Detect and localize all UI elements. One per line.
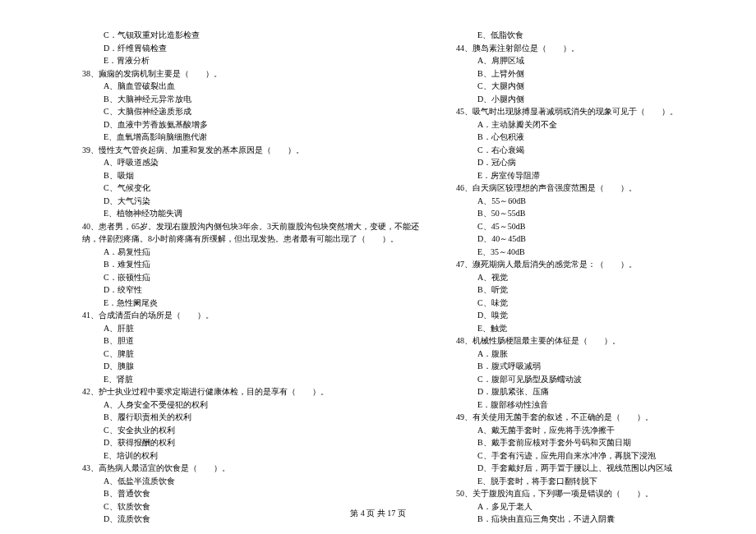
option-line: B、胆道 bbox=[82, 334, 419, 348]
question-stem: 49、有关使用无菌手套的叙述，不正确的是（ ）。 bbox=[456, 411, 686, 424]
page-footer: 第 4 页 共 17 页 bbox=[0, 508, 756, 519]
question-stem: 46、白天病区较理想的声音强度范围是（ ）。 bbox=[456, 182, 686, 195]
option-line: C、气候变化 bbox=[82, 182, 419, 195]
option-line: B、普通饮食 bbox=[82, 487, 419, 500]
option-line: E．房室传导阻滞 bbox=[456, 169, 686, 182]
option-line: D、血液中芳香族氨基酸增多 bbox=[82, 118, 419, 131]
question-stem: 纳，伴剧烈疼痛。8小时前疼痛有所缓解，但出现发热。患者最有可能出现了（ ）。 bbox=[82, 232, 419, 246]
option-line: E、肾脏 bbox=[82, 373, 419, 386]
option-line: A．主动脉瓣关闭不全 bbox=[456, 118, 686, 131]
option-line: D、40～45dB bbox=[456, 232, 686, 246]
question-stem: 47、濒死期病人最后消失的感觉常是：（ ）。 bbox=[456, 258, 686, 271]
option-line: B．腹式呼吸减弱 bbox=[456, 360, 686, 373]
option-line: B．难复性疝 bbox=[82, 258, 419, 271]
option-line: C、味觉 bbox=[456, 297, 686, 310]
option-line: C、手套有污迹，应先用自来水冲净，再脱下浸泡 bbox=[456, 449, 686, 463]
option-line: C、45～50dB bbox=[456, 220, 686, 233]
option-line: D．腹肌紧张、压痛 bbox=[456, 385, 686, 398]
option-line: A、视觉 bbox=[456, 271, 686, 284]
option-line: D、嗅觉 bbox=[456, 309, 686, 322]
option-line: D、大气污染 bbox=[82, 195, 419, 208]
option-line: E．胃液分析 bbox=[82, 54, 419, 67]
option-line: A、55～60dB bbox=[456, 195, 686, 208]
question-stem: 43、高热病人最适宜的饮食是（ ）。 bbox=[82, 462, 419, 475]
option-line: E．急性阑尾炎 bbox=[82, 297, 419, 310]
option-line: B、听觉 bbox=[456, 283, 686, 297]
question-stem: 41、合成清蛋白的场所是（ ）。 bbox=[82, 309, 419, 322]
question-stem: 40、患者男，65岁。发现右腹股沟内侧包块3年余。3天前腹股沟包块突然增大，变硬… bbox=[82, 220, 419, 233]
option-line: E、培训的权利 bbox=[82, 449, 419, 463]
option-line: C、安全执业的权利 bbox=[82, 424, 419, 437]
option-line: D．绞窄性 bbox=[82, 283, 419, 297]
right-column: E、低脂饮食 44、胰岛素注射部位是（ ）。 A、肩胛区域 B、上臂外侧 C、大… bbox=[456, 29, 686, 526]
option-line: A、戴无菌手套时，应先将手洗净擦干 bbox=[456, 424, 686, 437]
option-line: B、50～55dB bbox=[456, 207, 686, 220]
option-line: A．腹胀 bbox=[456, 348, 686, 361]
option-line: A、呼吸道感染 bbox=[82, 156, 419, 169]
option-line: E．腹部移动性浊音 bbox=[456, 398, 686, 412]
option-line: B、履行职责相关的权利 bbox=[82, 411, 419, 424]
option-line: B、吸烟 bbox=[82, 169, 419, 182]
option-line: A、人身安全不受侵犯的权利 bbox=[82, 398, 419, 412]
question-stem: 44、胰岛素注射部位是（ ）。 bbox=[456, 42, 686, 55]
question-stem: 48、机械性肠梗阻最主要的体征是（ ）。 bbox=[456, 334, 686, 348]
option-line: B、大脑神经元异常放电 bbox=[82, 93, 419, 106]
option-line: A、低盐半流质饮食 bbox=[82, 475, 419, 488]
option-line: A、肩胛区域 bbox=[456, 54, 686, 67]
option-line: D、胰腺 bbox=[82, 360, 419, 373]
question-stem: 45、吸气时出现脉搏显著减弱或消失的现象可见于（ ）。 bbox=[456, 105, 686, 118]
option-line: E、低脂饮食 bbox=[456, 29, 686, 42]
option-line: C、大腿内侧 bbox=[456, 80, 686, 93]
option-line: E、血氧增高影响脑细胞代谢 bbox=[82, 131, 419, 144]
option-line: D．冠心病 bbox=[456, 156, 686, 169]
option-line: E、脱手套时，将手套口翻转脱下 bbox=[456, 475, 686, 488]
option-line: E、触觉 bbox=[456, 322, 686, 335]
question-stem: 38、癫痫的发病机制主要是（ ）。 bbox=[82, 67, 419, 81]
option-line: C、大脑假神经递质形成 bbox=[82, 105, 419, 118]
option-line: A．易复性疝 bbox=[82, 246, 419, 259]
option-line: D、获得报酬的权利 bbox=[82, 436, 419, 449]
option-line: A、脑血管破裂出血 bbox=[82, 80, 419, 93]
option-line: C．腹部可见肠型及肠蠕动波 bbox=[456, 373, 686, 386]
option-line: C．气钡双重对比造影检查 bbox=[82, 29, 419, 42]
left-column: C．气钡双重对比造影检查 D．纤维胃镜检查 E．胃液分析 38、癫痫的发病机制主… bbox=[82, 29, 419, 526]
option-line: B、上臂外侧 bbox=[456, 67, 686, 81]
option-line: D、小腿内侧 bbox=[456, 93, 686, 106]
option-line: D、手套戴好后，两手置于腰以上、视线范围以内区域 bbox=[456, 462, 686, 475]
option-line: C、脾脏 bbox=[82, 348, 419, 361]
option-line: B、戴手套前应核对手套外号码和灭菌日期 bbox=[456, 436, 686, 449]
option-line: E、35～40dB bbox=[456, 246, 686, 259]
question-stem: 39、慢性支气管炎起病、加重和复发的基本原因是（ ）。 bbox=[82, 144, 419, 157]
option-line: C．嵌顿性疝 bbox=[82, 271, 419, 284]
option-line: A、肝脏 bbox=[82, 322, 419, 335]
option-line: B．心包积液 bbox=[456, 131, 686, 144]
option-line: C．右心衰竭 bbox=[456, 144, 686, 157]
question-stem: 42、护士执业过程中要求定期进行健康体检，目的是享有（ ）。 bbox=[82, 385, 419, 398]
document-body: C．气钡双重对比造影检查 D．纤维胃镜检查 E．胃液分析 38、癫痫的发病机制主… bbox=[82, 29, 686, 526]
option-line: D．纤维胃镜检查 bbox=[82, 42, 419, 55]
question-stem: 50、关于腹股沟直疝，下列哪一项是错误的（ ）。 bbox=[456, 487, 686, 500]
option-line: E、植物神经功能失调 bbox=[82, 207, 419, 220]
